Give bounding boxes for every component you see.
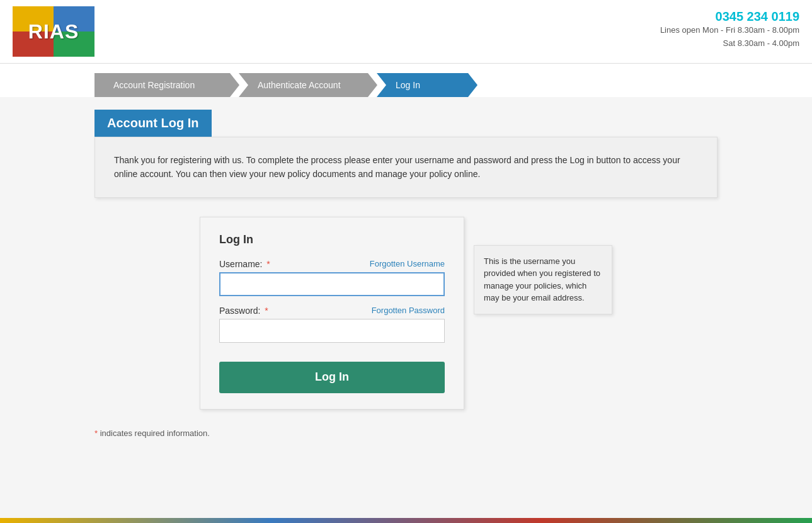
step-authenticate-account: Authenticate Account [239, 73, 377, 97]
steps-container: Account Registration Authenticate Accoun… [94, 73, 498, 97]
username-required-star: * [264, 259, 270, 269]
logo-container: RIAS [13, 6, 94, 57]
step-2-label: Authenticate Account [258, 80, 341, 90]
phone-number: 0345 234 0119 [660, 9, 799, 24]
bottom-bar [0, 518, 812, 523]
rias-logo: RIAS [13, 6, 94, 57]
main-content: Account Log In Thank you for registering… [0, 97, 812, 451]
username-input[interactable] [219, 272, 445, 296]
tooltip-text: This is the username you provided when y… [484, 256, 600, 303]
password-input[interactable] [219, 319, 445, 343]
contact-hours-line1: Lines open Mon - Fri 8.30am - 8.00pm [660, 24, 799, 37]
password-label: Password: * [219, 306, 268, 316]
step-account-registration: Account Registration [94, 73, 239, 97]
step-login: Log In [377, 73, 477, 97]
username-label-row: Username: * Forgotten Username [219, 259, 445, 269]
page-header: RIAS 0345 234 0119 Lines open Mon - Fri … [0, 0, 812, 64]
form-title: Log In [219, 233, 445, 246]
footer-note: * indicates required information. [94, 428, 718, 438]
footer-required-text: indicates required information. [100, 428, 210, 438]
progress-bar: Account Registration Authenticate Accoun… [0, 64, 812, 97]
step-1-label: Account Registration [113, 80, 195, 90]
password-field-row: Password: * Forgotten Password [219, 306, 445, 343]
username-tooltip: This is the username you provided when y… [474, 245, 612, 314]
login-area: Log In Username: * Forgotten Username Pa… [94, 217, 718, 410]
section-title: Account Log In [94, 110, 212, 137]
forgotten-username-link[interactable]: Forgotten Username [370, 259, 445, 268]
logo-text: RIAS [28, 20, 79, 43]
info-box: Thank you for registering with us. To co… [94, 137, 718, 198]
footer-required-star: * [94, 428, 98, 438]
info-description: Thank you for registering with us. To co… [114, 153, 698, 181]
forgotten-password-link[interactable]: Forgotten Password [372, 306, 445, 315]
login-button[interactable]: Log In [219, 362, 445, 393]
step-3-label: Log In [396, 80, 420, 90]
contact-hours-line2: Sat 8.30am - 4.00pm [660, 37, 799, 50]
contact-info: 0345 234 0119 Lines open Mon - Fri 8.30a… [660, 6, 799, 50]
username-label: Username: * [219, 259, 270, 269]
password-label-row: Password: * Forgotten Password [219, 306, 445, 316]
password-required-star: * [262, 306, 268, 316]
username-field-row: Username: * Forgotten Username [219, 259, 445, 296]
login-form-box: Log In Username: * Forgotten Username Pa… [200, 217, 464, 410]
